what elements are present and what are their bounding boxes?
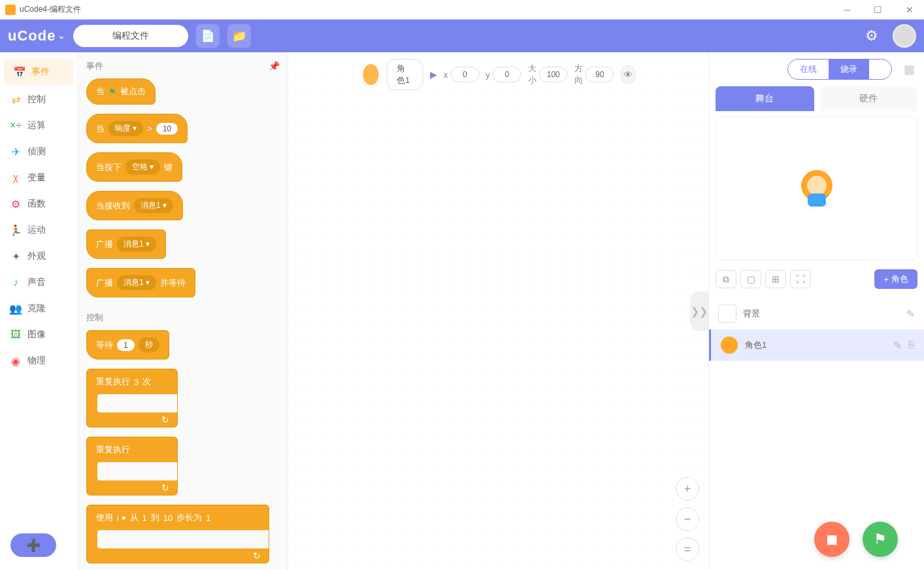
category-icon: 🏃 [9,224,22,237]
canvas[interactable]: 角色1 ▶ x y 大小 方向 👁 ❯❯ + − = [288,52,708,570]
save-icon[interactable]: 📄 [196,24,220,48]
lion-sprite [799,170,835,207]
zoom-out-button[interactable]: − [676,507,699,531]
tab-hardware[interactable]: 硬件 [819,86,918,111]
avatar[interactable] [893,24,916,48]
sidebar-item-物理[interactable]: ◉物理 [0,348,78,374]
block-when-key-pressed[interactable]: 当按下空格 ▾键 [86,152,182,182]
category-icon: 📅 [13,65,26,78]
sidebar-item-运算[interactable]: ×÷运算 [0,112,78,139]
sidebar-item-克隆[interactable]: 👥克隆 [0,295,78,322]
mode-online[interactable]: 在线 [788,59,829,79]
flag-icon: ⚑ [108,87,116,97]
bg-thumb [718,305,736,323]
window-controls: ─ ☐ ✕ [838,3,919,16]
edit-icon[interactable]: ✎ [906,308,915,320]
block-wait[interactable]: 等待1秒 [86,330,169,360]
block-repeat-n[interactable]: 重复执行3次↻ [86,369,178,428]
sidebar-item-变量[interactable]: χ变量 [0,165,78,191]
gear-icon[interactable]: ⚙ [860,24,883,48]
file-tab[interactable]: 编程文件 [73,25,188,47]
copy-icon[interactable]: ⎘ [908,339,915,352]
block-for-loop[interactable]: 使用i ▾从1到10步长为1↻ [86,505,269,563]
stop-button[interactable]: ◼ [814,522,850,557]
collapse-panel-button[interactable]: ❯❯ [690,292,708,331]
edit-icon[interactable]: ✎ [893,339,902,352]
visibility-toggle[interactable]: 👁 [621,65,635,84]
close-button[interactable]: ✕ [900,3,919,16]
category-icon: 🖼 [9,328,22,341]
sidebar-item-图像[interactable]: 🖼图像 [0,322,78,348]
category-icon: ⇄ [9,93,22,106]
minimize-button[interactable]: ─ [838,3,855,16]
category-icon: ✦ [9,250,22,263]
block-broadcast-wait[interactable]: 广播消息1 ▾并等待 [86,268,195,297]
category-icon: ◉ [9,354,22,367]
sidebar: 📅事件⇄控制×÷运算✈侦测χ变量⚙函数🏃运动✦外观♪声音👥克隆🖼图像◉物理 ➕ [0,52,78,570]
x-input[interactable] [450,67,479,82]
sidebar-item-外观[interactable]: ✦外观 [0,243,78,269]
sprite-name[interactable]: 角色1 [387,59,423,90]
chevron-down-icon: ⌄ [58,31,65,41]
add-role-button[interactable]: + 角色 [874,269,917,289]
preview-tool-2[interactable]: ▢ [740,270,761,288]
palette-section-control: 控制 [86,312,280,324]
category-icon: ×÷ [9,119,22,132]
mode-burn[interactable]: 烧录 [829,59,869,79]
preview-tool-4[interactable]: ⛶ [790,270,811,288]
block-palette[interactable]: 事件📌 当 ⚑ 被点击 当响度 ▾>10 当按下空格 ▾键 当接收到消息1 ▾ … [78,52,288,570]
category-icon: ⚙ [9,197,22,210]
sidebar-item-函数[interactable]: ⚙函数 [0,191,78,217]
app-icon [5,5,16,15]
layout-icon[interactable]: ▦ [904,62,915,76]
sidebar-item-运动[interactable]: 🏃运动 [0,217,78,243]
category-icon: 👥 [9,302,22,315]
category-icon: χ [9,171,22,184]
right-panel: 在线 烧录 ▦ 舞台 硬件 ⧉ ▢ ⊞ ⛶ + 角色 背景 ✎ [708,52,924,570]
mode-toggle[interactable]: 在线 烧录 [787,59,892,80]
palette-section-events: 事件 [86,60,103,72]
play-icon[interactable]: ▶ [430,69,437,80]
logo[interactable]: uCode⌄ [8,27,65,44]
block-when-receive[interactable]: 当接收到消息1 ▾ [86,191,183,220]
zoom-in-button[interactable]: + [676,477,699,501]
block-broadcast[interactable]: 广播消息1 ▾ [86,229,166,259]
preview-tool-3[interactable]: ⊞ [765,270,786,288]
sidebar-item-事件[interactable]: 📅事件 [4,59,74,85]
window-title: uCode4-编程文件 [20,4,81,15]
block-when-loudness[interactable]: 当响度 ▾>10 [86,114,188,143]
sprite-thumbnail[interactable] [361,63,380,86]
sidebar-item-声音[interactable]: ♪声音 [0,269,78,295]
add-extension-button[interactable]: ➕ [10,533,56,557]
sprite-info-bar: 角色1 ▶ x y 大小 方向 👁 [361,59,635,90]
go-button[interactable]: ⚑ [863,522,898,557]
zoom-reset-button[interactable]: = [676,537,699,561]
asset-background[interactable]: 背景 ✎ [709,298,924,329]
role1-thumb [720,336,738,354]
size-input[interactable] [539,67,568,82]
category-icon: ✈ [9,145,22,158]
titlebar: uCode4-编程文件 ─ ☐ ✕ [0,0,924,20]
topbar: uCode⌄ 编程文件 📄 📁 ⚙ [0,20,924,52]
asset-role1[interactable]: 角色1 ✎⎘ [709,329,924,361]
block-forever[interactable]: 重复执行↻ [86,437,178,495]
block-when-flag-clicked[interactable]: 当 ⚑ 被点击 [86,78,156,105]
category-icon: ♪ [9,276,22,289]
canvas-grid [288,52,708,570]
direction-input[interactable] [586,67,614,82]
tab-stage[interactable]: 舞台 [716,86,814,111]
stage-preview[interactable] [716,116,917,260]
maximize-button[interactable]: ☐ [868,3,887,16]
sidebar-item-侦测[interactable]: ✈侦测 [0,139,78,165]
folder-icon[interactable]: 📁 [227,24,251,48]
y-input[interactable] [493,67,521,82]
sidebar-item-控制[interactable]: ⇄控制 [0,86,78,112]
pin-icon[interactable]: 📌 [269,61,280,71]
preview-tool-1[interactable]: ⧉ [716,270,736,288]
